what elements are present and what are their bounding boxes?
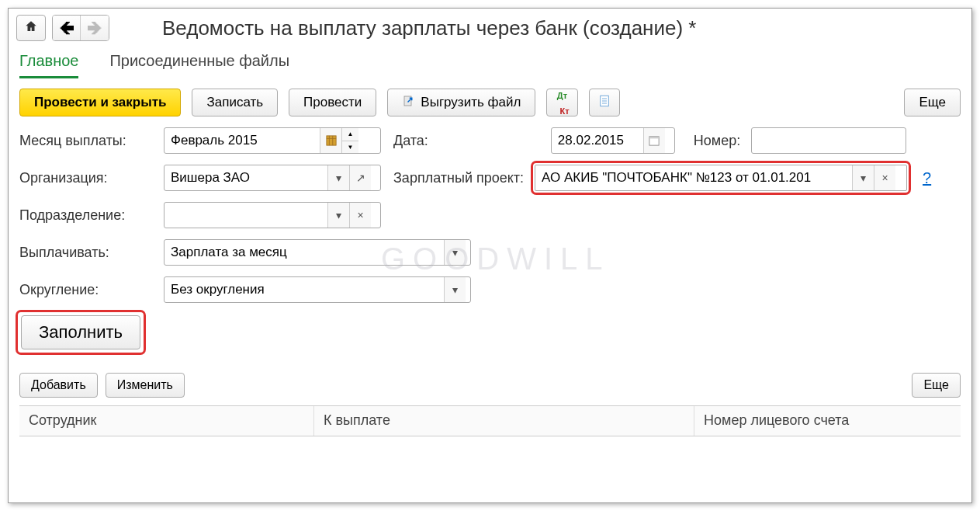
org-field: ▾ ↗ [164,165,381,191]
project-label: Зарплатный проект: [393,170,524,186]
table-more-label: Еще [923,378,949,392]
more-button[interactable]: Еще [904,89,961,116]
calendar-icon[interactable] [320,128,341,153]
home-icon [24,19,38,37]
number-field [751,127,906,154]
open-icon[interactable]: ↗ [349,165,371,190]
dept-input[interactable] [164,203,327,228]
more-label: Еще [919,95,946,110]
add-button[interactable]: Добавить [19,373,98,398]
project-field: ▾ × [535,165,907,191]
date-input[interactable] [552,128,643,153]
round-label: Округление: [19,282,159,298]
spinner-up[interactable]: ▲ [342,128,358,141]
nav-back-forward: 🡸 🡺 [52,15,109,41]
dropdown-icon[interactable]: ▾ [444,240,466,265]
export-icon [402,94,416,112]
round-field: ▾ [164,276,471,303]
number-label: Номер: [694,133,740,149]
fill-button[interactable]: Заполнить [21,315,140,349]
home-button[interactable] [16,15,46,41]
table-toolbar: Добавить Изменить Еще [9,365,971,405]
month-spinner: ▲ ▼ [341,128,358,153]
month-input[interactable] [164,128,320,153]
post-button[interactable]: Провести [289,89,376,116]
header-bar: 🡸 🡺 Ведомость на выплату зарплаты через … [9,9,971,44]
col-amount: К выплате [314,406,694,436]
document-window: 🡸 🡺 Ведомость на выплату зарплаты через … [8,8,972,503]
org-label: Организация: [19,170,159,186]
tabs-bar: Главное Присоединенные файлы [9,44,971,79]
pay-field: ▾ [164,239,471,266]
forward-button[interactable]: 🡺 [81,16,109,40]
help-link[interactable]: ? [923,169,931,187]
date-field [551,127,675,154]
table-more-button[interactable]: Еще [912,373,961,398]
table-header: Сотрудник К выплате Номер лицевого счета [19,405,961,436]
form-area: Месяц выплаты: ▲ ▼ Дата: Номер: [9,124,971,365]
edit-button[interactable]: Изменить [106,373,185,398]
save-button[interactable]: Записать [192,89,278,116]
tab-main[interactable]: Главное [19,49,78,78]
pay-label: Выплачивать: [19,245,159,261]
col-account: Номер лицевого счета [694,406,961,436]
col-employee: Сотрудник [19,406,314,436]
dropdown-icon[interactable]: ▾ [852,165,874,190]
pay-input[interactable] [164,240,444,265]
dept-field: ▾ × [164,202,381,228]
project-input[interactable] [535,165,852,190]
export-file-label: Выгрузить файл [421,95,521,110]
date-label: Дата: [393,133,428,149]
back-button[interactable]: 🡸 [53,16,81,40]
tab-attached-files[interactable]: Присоединенные файлы [109,49,289,78]
post-and-close-button[interactable]: Провести и закрыть [19,89,181,116]
org-input[interactable] [164,165,327,190]
clear-icon[interactable]: × [349,203,371,228]
dt-kt-button[interactable]: Дт Кт [546,89,577,116]
dept-label: Подразделение: [19,207,159,224]
dropdown-icon[interactable]: ▾ [327,165,349,190]
date-picker-icon[interactable] [643,128,665,153]
export-file-button[interactable]: Выгрузить файл [387,89,535,116]
clear-icon[interactable]: × [874,165,895,190]
month-field: ▲ ▼ [164,127,381,154]
month-label: Месяц выплаты: [19,133,159,149]
document-icon [597,94,611,112]
dt-kt-icon: Дт Кт [555,87,569,118]
report-button[interactable] [589,89,620,116]
round-input[interactable] [164,277,444,302]
spinner-down[interactable]: ▼ [342,141,358,154]
toolbar: Провести и закрыть Записать Провести Выг… [9,79,971,124]
page-title: Ведомость на выплату зарплаты через банк… [162,16,696,40]
dropdown-icon[interactable]: ▾ [327,203,349,228]
svg-rect-10 [649,137,659,139]
dropdown-icon[interactable]: ▾ [444,277,466,302]
number-input[interactable] [752,128,906,153]
svg-rect-5 [326,136,335,145]
